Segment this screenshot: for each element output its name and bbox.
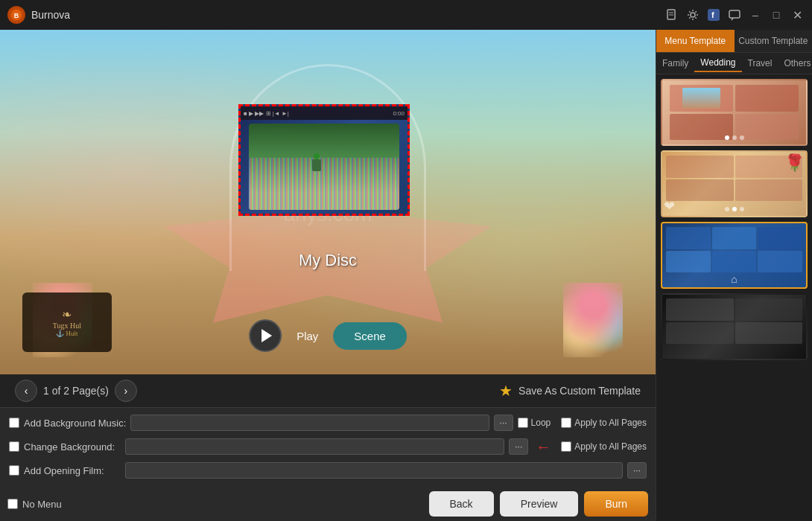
play-button[interactable] xyxy=(249,319,282,352)
background-checkbox[interactable] xyxy=(9,441,19,452)
preview-area: ■ ▶ ▶▶ ⊞ |◄ ►| 0:00 My Disc n xyxy=(0,30,656,374)
dot-3 xyxy=(740,135,744,140)
t2-cell4 xyxy=(735,179,803,202)
background-row: Change Background: ··· ← Apply to All Pa… xyxy=(9,436,647,457)
video-thumbnail: ■ ▶ ▶▶ ⊞ |◄ ►| 0:00 xyxy=(238,104,410,216)
template-2-dots xyxy=(725,207,744,211)
page-info: 1 of 2 Page(s) xyxy=(43,385,109,397)
film-label: Add Opening Film: xyxy=(24,465,121,476)
film-dots-button[interactable]: ··· xyxy=(627,462,647,479)
save-template-label: Save As Custom Template xyxy=(518,385,641,397)
background-dots-button[interactable]: ··· xyxy=(509,438,528,455)
bg-apply-pages-area: Apply to All Pages xyxy=(561,441,647,452)
chat-icon[interactable] xyxy=(727,7,742,22)
burn-button[interactable]: Burn xyxy=(584,491,648,517)
music-apply-pages-area: Apply to All Pages xyxy=(561,418,647,428)
next-page-button[interactable]: › xyxy=(115,380,137,402)
settings-icon[interactable] xyxy=(685,7,700,22)
cat-tab-family[interactable]: Family xyxy=(656,55,694,71)
t4-cell1 xyxy=(666,298,734,321)
t1-cell1 xyxy=(670,85,733,111)
save-template-area[interactable]: ★ Save As Custom Template xyxy=(499,382,641,400)
roses-icon: 🌹 xyxy=(784,153,805,173)
play-label[interactable]: Play xyxy=(296,330,318,342)
maximize-icon[interactable]: □ xyxy=(769,7,784,22)
category-tabs: Family Wedding Travel Others ▶ xyxy=(656,53,812,74)
scene-button[interactable]: Scene xyxy=(333,322,407,350)
titlebar-icons: f – □ ✕ xyxy=(664,7,805,22)
loop-checkbox[interactable] xyxy=(518,418,528,428)
dot-1 xyxy=(725,135,729,140)
template-tabs: Menu Template Custom Template xyxy=(656,30,812,53)
file-icon[interactable] xyxy=(664,7,679,22)
svg-point-5 xyxy=(691,13,695,17)
star-icon: ★ xyxy=(499,382,513,400)
template-1-grid xyxy=(670,85,799,139)
film-input[interactable] xyxy=(125,462,623,479)
apply-to-all-pages-music-label: Apply to All Pages xyxy=(574,418,647,428)
music-input[interactable] xyxy=(130,415,489,431)
template-card-2[interactable]: 🌹 ❤ xyxy=(661,150,808,217)
t2-dot-1 xyxy=(725,207,729,211)
titlebar: B Burnova f – □ ✕ xyxy=(0,0,812,30)
action-row: No Menu Back Preview Burn xyxy=(0,487,656,521)
film-row: Add Opening Film: ··· xyxy=(9,460,647,481)
t3-cell4 xyxy=(666,251,711,273)
t2-cell1 xyxy=(666,156,734,178)
t4-cell2 xyxy=(735,298,803,321)
no-menu-checkbox[interactable] xyxy=(7,499,18,509)
nav-left: ‹ 1 of 2 Page(s) › xyxy=(15,380,137,402)
facebook-icon[interactable]: f xyxy=(706,7,721,22)
minimize-icon[interactable]: – xyxy=(748,7,763,22)
svg-text:B: B xyxy=(14,12,19,19)
template-1-dots xyxy=(725,135,744,140)
cat-tab-wedding[interactable]: Wedding xyxy=(694,54,741,72)
video-thumb-inner: ■ ▶ ▶▶ ⊞ |◄ ►| 0:00 xyxy=(241,106,407,214)
t3-cell3 xyxy=(758,227,802,249)
prev-page-button[interactable]: ‹ xyxy=(15,380,37,402)
template-grid: 🌹 ❤ ⌂ xyxy=(656,74,812,521)
cat-tab-travel[interactable]: Travel xyxy=(742,55,778,71)
bg-apply-checkbox[interactable] xyxy=(561,441,571,452)
nav-bar: ‹ 1 of 2 Page(s) › ★ Save As Custom Temp… xyxy=(0,374,656,407)
music-dots-button[interactable]: ··· xyxy=(494,415,513,431)
t2-cell3 xyxy=(666,179,734,202)
t3-cell5 xyxy=(712,251,757,273)
prev-arrow-icon: ‹ xyxy=(25,385,28,397)
t3-cell6 xyxy=(758,251,802,273)
sign-card: ❧ Tugx Hul ⚓ Hult xyxy=(22,293,112,352)
right-panel: Menu Template Custom Template Family Wed… xyxy=(656,30,812,521)
app-title: Burnova xyxy=(31,9,664,21)
cat-tab-others[interactable]: Others xyxy=(778,55,812,71)
film-checkbox[interactable] xyxy=(9,465,19,476)
t4-cell3 xyxy=(666,322,734,345)
music-apply-checkbox[interactable] xyxy=(561,418,571,428)
person-figure xyxy=(309,153,324,176)
app-logo: B xyxy=(7,6,25,24)
template-card-1[interactable] xyxy=(661,79,808,146)
template-card-3[interactable]: ⌂ xyxy=(661,222,808,289)
background-input[interactable] xyxy=(125,438,504,455)
sign-text: ❧ Tugx Hul ⚓ Hult xyxy=(53,307,81,337)
close-icon[interactable]: ✕ xyxy=(790,7,805,22)
play-icon xyxy=(261,329,272,342)
dot-2 xyxy=(732,135,737,140)
background-label: Change Background: xyxy=(24,441,121,453)
next-arrow-icon: › xyxy=(124,385,128,397)
loop-label: Loop xyxy=(531,418,551,428)
music-row: Add Background Music: ··· Loop Apply to … xyxy=(9,412,647,433)
stadium-visual xyxy=(249,124,399,209)
bottom-controls: Add Background Music: ··· Loop Apply to … xyxy=(0,407,656,487)
preview-button[interactable]: Preview xyxy=(500,491,579,517)
no-menu-label: No Menu xyxy=(22,499,62,510)
tab-menu-template[interactable]: Menu Template xyxy=(656,30,735,52)
template-card-4[interactable] xyxy=(661,293,808,360)
back-button[interactable]: Back xyxy=(429,491,494,517)
tab-custom-template[interactable]: Custom Template xyxy=(735,30,813,52)
t2-dot-2 xyxy=(732,207,737,211)
stadium-crowd xyxy=(249,158,399,209)
loop-checkbox-area: Loop xyxy=(518,418,551,428)
main-layout: ■ ▶ ▶▶ ⊞ |◄ ►| 0:00 My Disc n xyxy=(0,30,812,521)
music-label: Add Background Music: xyxy=(24,418,126,429)
music-checkbox[interactable] xyxy=(9,418,19,428)
